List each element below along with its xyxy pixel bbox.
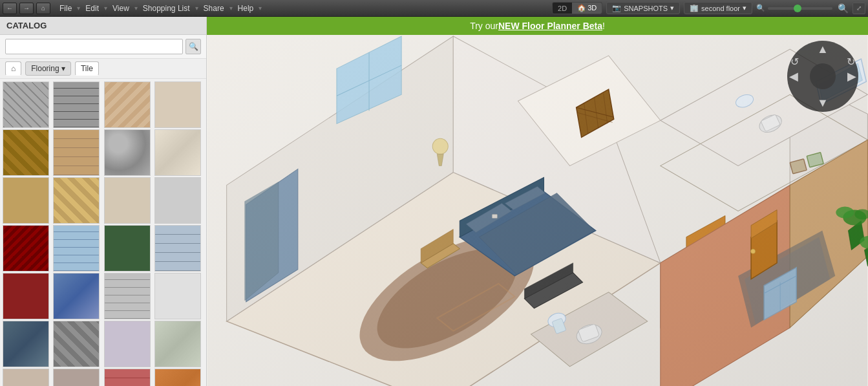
zoom-icon: 🔍: [756, 4, 765, 12]
home-icon: ⌂: [11, 64, 16, 73]
menu-share[interactable]: Share: [200, 3, 228, 14]
snapshots-button[interactable]: 📷 SNAPSHOTS ▾: [606, 2, 680, 14]
tile-item[interactable]: [3, 273, 49, 319]
menu-shopping-list[interactable]: Shopping List: [139, 3, 194, 14]
tile-item[interactable]: [154, 321, 201, 367]
nav-center: [810, 63, 836, 89]
menu-edit[interactable]: Edit: [81, 3, 103, 14]
tile-item[interactable]: [3, 225, 49, 272]
back-button[interactable]: ←: [3, 3, 17, 14]
tile-item[interactable]: [104, 273, 151, 319]
tile-item[interactable]: [3, 321, 49, 367]
tile-item[interactable]: [53, 81, 100, 128]
tile-item[interactable]: [154, 225, 201, 272]
flooring-label: Flooring ▾: [31, 64, 65, 73]
nav-rotate-left-button[interactable]: ↺: [790, 56, 799, 68]
tile-item[interactable]: [104, 369, 151, 386]
viewport: Try our NEW Floor Planner Beta ! ▲ ▼ ◀ ▶…: [207, 17, 868, 386]
promo-link[interactable]: NEW Floor Planner Beta: [498, 21, 602, 31]
tile-item[interactable]: [53, 177, 100, 224]
home-category-tab[interactable]: ⌂: [5, 61, 21, 76]
nav-rotate-right-button[interactable]: ↻: [847, 56, 855, 68]
tile-grid: [0, 79, 206, 386]
zoom-thumb: [794, 5, 801, 12]
tile-item[interactable]: [53, 225, 100, 272]
tile-item[interactable]: [3, 129, 49, 176]
tile-item[interactable]: [154, 81, 201, 128]
tile-item[interactable]: [104, 81, 151, 128]
promo-text-prefix: Try our: [470, 21, 498, 31]
view-toggle: 2D 🏠3D: [552, 2, 602, 14]
tile-item[interactable]: [53, 321, 100, 367]
nav-overlay: ▲ ▼ ◀ ▶ ↺ ↻: [784, 38, 862, 115]
tile-item[interactable]: [154, 273, 201, 319]
snapshots-label: SNAPSHOTS: [624, 5, 668, 12]
nav-down-button[interactable]: ▼: [817, 96, 829, 110]
camera-icon: 📷: [612, 4, 621, 12]
tile-item[interactable]: [3, 81, 49, 128]
tile-item[interactable]: [53, 273, 100, 319]
menu-view[interactable]: View: [109, 3, 133, 14]
view-3d-button[interactable]: 🏠3D: [572, 3, 602, 14]
main-layout: CATALOG 🔍 ⌂ Flooring ▾ Tile: [0, 17, 868, 386]
view-2d-button[interactable]: 2D: [553, 3, 572, 14]
tile-item[interactable]: [3, 177, 49, 224]
category-tabs: ⌂ Flooring ▾ Tile: [0, 59, 206, 79]
floor-plan-scene: [207, 17, 868, 386]
tile-item[interactable]: [3, 369, 49, 386]
floors-icon: 🏢: [690, 4, 699, 12]
catalog-header: CATALOG: [0, 17, 206, 35]
logo-area: ← → ⌂: [3, 3, 50, 14]
nav-left-button[interactable]: ◀: [789, 69, 798, 83]
flooring-category-tab[interactable]: Flooring ▾: [25, 61, 71, 76]
search-icon: 🔍: [189, 42, 198, 51]
promo-bar: Try our NEW Floor Planner Beta !: [207, 17, 868, 35]
snapshots-arrow-icon: ▾: [670, 4, 674, 12]
zoom-slider[interactable]: [768, 7, 832, 10]
search-input[interactable]: [5, 39, 183, 54]
catalog-title: CATALOG: [6, 21, 47, 30]
floor-selector[interactable]: 🏢 second floor ▾: [684, 2, 752, 14]
tile-item[interactable]: [104, 129, 151, 176]
fullscreen-button[interactable]: ⤢: [852, 3, 865, 14]
tile-item[interactable]: [104, 321, 151, 367]
menubar: ← → ⌂ File ▾ Edit ▾ View ▾ Shopping List…: [0, 0, 868, 17]
menu-file[interactable]: File: [56, 3, 76, 14]
nav-up-button[interactable]: ▲: [817, 43, 829, 56]
forward-button[interactable]: →: [19, 3, 34, 14]
tile-item[interactable]: [53, 369, 100, 386]
promo-text-suffix: !: [602, 21, 605, 31]
tile-item[interactable]: [104, 225, 151, 272]
home-button[interactable]: ⌂: [36, 3, 50, 14]
nav-right-button[interactable]: ▶: [847, 69, 856, 83]
search-button[interactable]: 🔍: [185, 39, 201, 54]
tile-item[interactable]: [154, 369, 201, 386]
svg-rect-73: [207, 17, 868, 386]
tile-label: Tile: [81, 64, 93, 73]
search-bar: 🔍: [0, 35, 206, 59]
tile-item[interactable]: [154, 129, 201, 176]
menu-help[interactable]: Help: [234, 3, 258, 14]
zoom-bar: 🔍 🔍: [756, 3, 849, 14]
sidebar: CATALOG 🔍 ⌂ Flooring ▾ Tile: [0, 17, 207, 386]
zoom-out-icon: 🔍: [838, 3, 849, 14]
tile-item[interactable]: [53, 129, 100, 176]
tile-item[interactable]: [154, 177, 201, 224]
floor-dropdown-icon: ▾: [743, 4, 746, 12]
tile-category-tab[interactable]: Tile: [75, 61, 99, 76]
tile-item[interactable]: [104, 177, 151, 224]
floor-label: second floor: [701, 5, 740, 12]
